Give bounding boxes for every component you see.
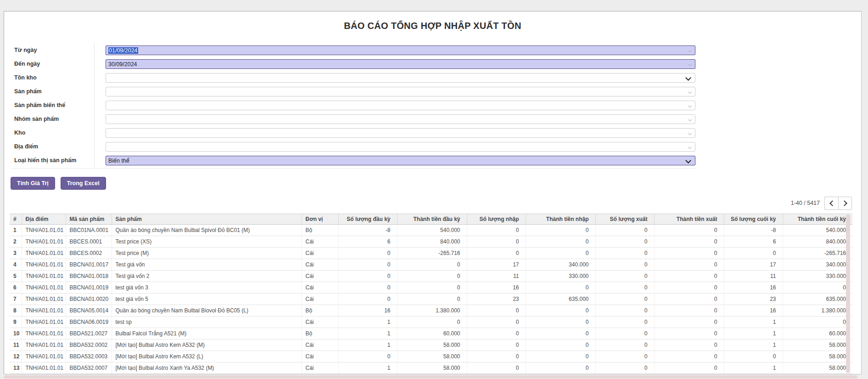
display-type-wrap: Biến thể — [94, 153, 695, 167]
cell-qty-end: 1 — [724, 339, 783, 351]
table-row[interactable]: 9 TNH/A01.01.01 BBCNA06.0019 test sp Cái… — [10, 317, 852, 328]
cell-index: 2 — [10, 236, 22, 248]
table-row[interactable]: 6 TNH/A01.01.01 BBCNA01.0019 test giá vố… — [10, 282, 852, 294]
cell-amount-start: -265.716 — [397, 248, 467, 259]
product-wrap — [94, 85, 695, 98]
col-header-uom: Đơn vị — [302, 214, 338, 225]
cell-index: 13 — [10, 362, 22, 374]
cell-product: Quần áo bóng chuyền Nam Bulbal Spivol Đỏ… — [112, 225, 302, 236]
cell-product-code: BBDA532.0002 — [66, 339, 112, 351]
cell-amount-in: 0 — [526, 317, 595, 328]
pager-prev-button[interactable] — [824, 197, 838, 210]
cell-uom: Cái — [302, 248, 338, 259]
cell-qty-out: 0 — [595, 305, 654, 317]
cell-qty-start: -8 — [338, 225, 397, 236]
variant-input[interactable] — [106, 101, 695, 110]
table-row[interactable]: 8 TNH/A01.01.01 BBCNA05.0014 Quần áo bón… — [10, 305, 852, 317]
table-row[interactable]: 3 TNH/A01.01.01 BBCES.0002 Test price (M… — [10, 248, 852, 259]
cell-location: TNH/A01.01.01 — [22, 236, 66, 248]
cell-amount-end: 540.000 — [783, 225, 852, 236]
table-row[interactable]: 7 TNH/A01.01.01 BBCNA01.0020 test giá vố… — [10, 294, 852, 305]
compute-value-button[interactable]: Tính Giá Trị — [11, 177, 55, 190]
cell-qty-out: 0 — [595, 248, 654, 259]
table-row[interactable]: 4 TNH/A01.01.01 BBCNA01.0017 Test giá vố… — [10, 259, 852, 271]
table-row[interactable]: 13 TNH/A01.01.01 BBDA532.0007 [Mới tạo] … — [10, 362, 852, 374]
cell-amount-start: 58.000 — [397, 362, 467, 374]
cell-product-code: BBCNA01.0020 — [66, 294, 112, 305]
cell-amount-out: 0 — [654, 305, 724, 317]
cell-product-code: BBCNA01.0019 — [66, 282, 112, 294]
table-row[interactable]: 2 TNH/A01.01.01 BBCES.0001 Test price (X… — [10, 236, 852, 248]
cell-amount-in: 0 — [526, 305, 595, 317]
cell-amount-end: 1.380.000 — [783, 305, 852, 317]
vertical-scrollbar[interactable] — [846, 215, 850, 373]
table-row[interactable]: 12 TNH/A01.01.01 BBDA532.0003 [Mới tạo] … — [10, 351, 852, 362]
cell-uom: Cái — [302, 339, 338, 351]
display-type-value: Biến thể — [108, 158, 129, 164]
from-date-label: Từ ngày — [11, 47, 94, 53]
cell-qty-start: 0 — [338, 351, 397, 362]
inventory-report-table: # Địa điểm Mã sản phẩm Sản phẩm Đơn vị S… — [10, 214, 852, 374]
cell-amount-out: 0 — [654, 259, 724, 271]
display-type-select[interactable]: Biến thể — [106, 156, 695, 165]
cell-amount-end: 635.000 — [783, 294, 852, 305]
product-input[interactable] — [106, 87, 695, 96]
location-input[interactable] — [106, 142, 695, 152]
display-type-label: Loại hiển thị sản phẩm — [11, 157, 94, 164]
cell-product: test giá vốn 5 — [112, 294, 302, 305]
cell-amount-in: 0 — [526, 236, 595, 248]
cell-amount-start: 540.000 — [397, 225, 467, 236]
cell-amount-out: 0 — [654, 225, 724, 236]
cell-qty-end: 6 — [724, 236, 783, 248]
cell-amount-start: 840.000 — [397, 236, 467, 248]
cell-amount-in: 635.000 — [526, 294, 595, 305]
cell-qty-start: 0 — [338, 259, 397, 271]
cell-qty-start: 0 — [338, 294, 397, 305]
cell-amount-end: 58.000 — [783, 362, 852, 374]
form-row-product: Sản phẩm — [11, 85, 695, 98]
stock-select[interactable] — [106, 73, 695, 83]
cell-qty-start: 1 — [338, 317, 397, 328]
cell-amount-in: 0 — [526, 362, 595, 374]
cell-amount-out: 0 — [654, 351, 724, 362]
table-row[interactable]: 5 TNH/A01.01.01 BBCNA01.0018 Test giá vố… — [10, 271, 852, 282]
caret-icon — [688, 131, 692, 135]
cell-location: TNH/A01.01.01 — [22, 351, 66, 362]
cell-index: 9 — [10, 317, 22, 328]
cell-qty-end: 1 — [724, 317, 783, 328]
page-title: BÁO CÁO TỔNG HỢP NHẬP XUẤT TỒN — [4, 21, 861, 31]
caret-icon — [688, 48, 692, 52]
table-row[interactable]: 11 TNH/A01.01.01 BBDA532.0002 [Mới tạo] … — [10, 339, 852, 351]
col-header-amount-in: Thành tiền nhập — [526, 214, 595, 225]
table-row[interactable]: 1 TNH/A01.01.01 BBC01NA.0001 Quần áo bón… — [10, 225, 852, 236]
caret-icon — [688, 103, 692, 107]
warehouse-input[interactable] — [106, 128, 695, 138]
category-input[interactable] — [106, 114, 695, 124]
cell-qty-start: 6 — [338, 236, 397, 248]
cell-amount-out: 0 — [654, 236, 724, 248]
to-date-input[interactable]: 30/09/2024 — [106, 59, 695, 69]
cell-uom: Cái — [302, 271, 338, 282]
cell-index: 7 — [10, 294, 22, 305]
cell-amount-in: 0 — [526, 248, 595, 259]
warehouse-label: Kho — [11, 130, 94, 136]
table-row[interactable]: 10 TNH/A01.01.01 BBDA521.0027 Bulbal Fal… — [10, 328, 852, 339]
pager-next-button[interactable] — [838, 197, 852, 210]
cell-location: TNH/A01.01.01 — [22, 225, 66, 236]
cell-location: TNH/A01.01.01 — [22, 317, 66, 328]
horizontal-scrollbar[interactable] — [4, 375, 857, 379]
cell-amount-end: 58.000 — [783, 351, 852, 362]
cell-amount-in: 0 — [526, 282, 595, 294]
cell-qty-out: 0 — [595, 339, 654, 351]
cell-amount-start: 58.000 — [397, 339, 467, 351]
from-date-input[interactable]: 01/09/2024 — [106, 45, 695, 55]
report-panel: BÁO CÁO TỔNG HỢP NHẬP XUẤT TỒN Từ ngày 0… — [4, 11, 862, 374]
export-excel-button[interactable]: Trong Excel — [61, 177, 106, 190]
col-header-qty-end: Số lượng cuối kỳ — [724, 214, 783, 225]
cell-location: TNH/A01.01.01 — [22, 305, 66, 317]
cell-product-code: BBDA521.0027 — [66, 328, 112, 339]
cell-index: 10 — [10, 328, 22, 339]
cell-product-code: BBDA532.0007 — [66, 362, 112, 374]
caret-icon — [688, 117, 692, 121]
cell-uom: Cái — [302, 282, 338, 294]
